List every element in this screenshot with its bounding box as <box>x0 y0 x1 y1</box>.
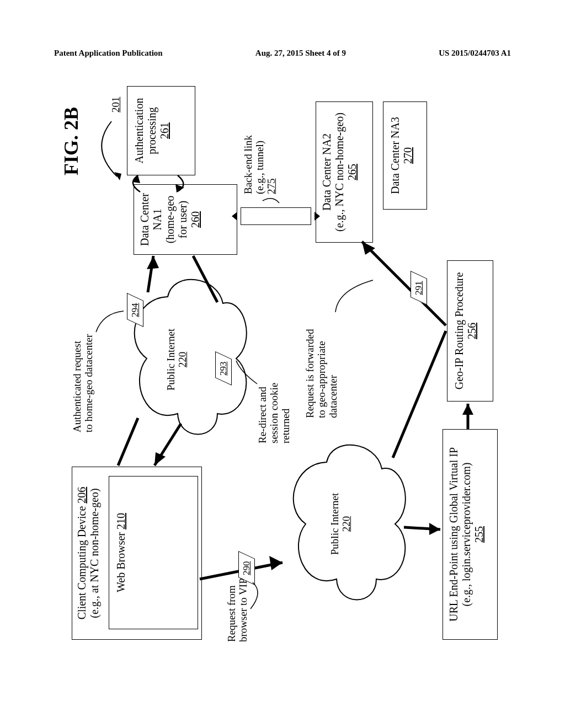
svg-line-12 <box>193 256 217 302</box>
header-right: US 2015/0244703 A1 <box>439 49 511 58</box>
svg-marker-8 <box>462 404 473 415</box>
svg-marker-17 <box>147 256 159 269</box>
anno-auth-request: Authenticated request to home-geo datace… <box>72 306 95 432</box>
header-left: Patent Application Publication <box>54 49 163 58</box>
anno-request-browser: Request from browser to VIP <box>226 559 249 642</box>
svg-marker-14 <box>154 452 166 465</box>
svg-line-9 <box>393 331 446 458</box>
svg-marker-4 <box>269 556 282 570</box>
anno-forwarded: Request is forwarded to geo-appropriate … <box>305 302 339 418</box>
header-center: Aug. 27, 2015 Sheet 4 of 9 <box>255 49 346 58</box>
svg-marker-6 <box>429 523 440 535</box>
svg-line-15 <box>118 418 138 465</box>
